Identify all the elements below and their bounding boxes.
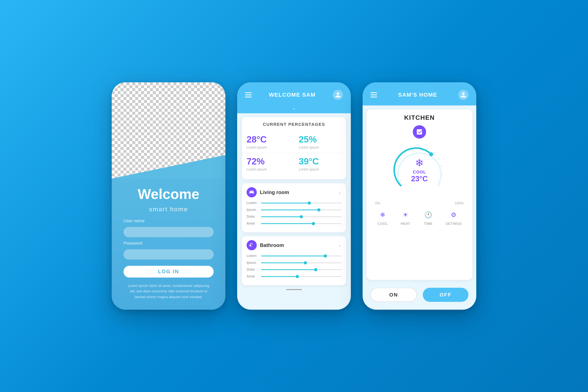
welcome-subtitle: smart home — [149, 206, 188, 213]
kitchen-device-icon — [371, 125, 468, 138]
svg-line-9 — [438, 158, 440, 159]
living-room-header: Living room ⌄ — [246, 187, 342, 197]
dashboard-header: WELCOME SAM — [237, 82, 351, 106]
temperature-dial[interactable]: ❄ COOL 23°C — [392, 142, 447, 197]
svg-line-7 — [427, 148, 428, 150]
stat-cell-4: 39°C Lorem ipsum — [294, 153, 346, 175]
cool-label: COOL — [378, 222, 388, 226]
heat-label: HEAT — [401, 222, 410, 226]
ctrl-time[interactable]: 🕐 TIME — [423, 209, 434, 226]
slider-ipsum-1: Ipsum — [246, 208, 342, 212]
stat-label-1: Lorem ipsum — [246, 146, 289, 150]
dial-center: ❄ COOL 23°C — [411, 157, 428, 183]
settings-label: SETINGS — [446, 222, 462, 226]
slider-track[interactable] — [261, 269, 342, 270]
heat-icon: ☀ — [400, 209, 411, 220]
phone3-footer: ON OFF — [362, 284, 476, 310]
kitchen-title: KITCHEN — [371, 114, 468, 121]
stat-label-4: Lorem ipsum — [299, 168, 342, 172]
slider-amet-1: Amet — [246, 222, 342, 226]
settings-icon: ⚙ — [448, 209, 459, 220]
slider-dolor-2: Dolor — [246, 268, 342, 272]
stat-label-2: Lorem ipsum — [299, 146, 342, 150]
slider-label: Lorem — [246, 201, 258, 205]
username-label: User name — [124, 218, 145, 224]
room-header-left: Bathroom — [246, 240, 284, 250]
slider-ipsum-2: Ipsum — [246, 261, 342, 265]
avatar[interactable] — [333, 90, 343, 100]
stat-label-3: Lorem ipsum — [246, 168, 289, 172]
bathroom-section: Bathroom ⌄ Lorem Ipsum Dolor Amet — [242, 236, 346, 285]
snowflake-icon: ❄ — [411, 157, 428, 169]
menu-icon[interactable] — [245, 92, 252, 98]
slider-label: Amet — [246, 274, 258, 278]
stat-value-1: 28°C — [246, 134, 289, 145]
slider-lorem-1: Lorem — [246, 201, 342, 205]
slider-track[interactable] — [261, 203, 342, 204]
slider-track[interactable] — [261, 276, 342, 277]
slider-track[interactable] — [261, 262, 342, 263]
stat-cell-1: 28°C Lorem ipsum — [242, 131, 294, 153]
ctrl-cool[interactable]: ❄ COOL — [377, 209, 388, 226]
slider-label: Dolor — [246, 268, 258, 272]
svg-line-3 — [399, 158, 401, 159]
bathroom-name: Bathroom — [260, 242, 284, 248]
dial-label-min: 0% — [375, 201, 380, 206]
welcome-title: Welcome — [138, 186, 200, 202]
room-header-left: Living room — [246, 187, 289, 197]
svg-line-10 — [440, 166, 442, 166]
ctrl-settings[interactable]: ⚙ SETINGS — [446, 209, 462, 226]
password-input[interactable] — [124, 249, 214, 260]
ctrl-heat[interactable]: ☀ HEAT — [400, 209, 411, 226]
off-button[interactable]: OFF — [423, 288, 468, 302]
slider-lorem-2: Lorem — [246, 254, 342, 258]
slider-label: Ipsum — [246, 261, 258, 265]
bathroom-header: Bathroom ⌄ — [246, 240, 342, 250]
slider-label: Amet — [246, 222, 258, 226]
slider-track[interactable] — [261, 256, 342, 256]
slider-label: Dolor — [246, 214, 258, 219]
living-room-chevron[interactable]: ⌄ — [338, 190, 342, 195]
slider-track[interactable] — [261, 223, 342, 224]
slider-track[interactable] — [261, 216, 342, 217]
phone-welcome: Welcome smart home User name Password LO… — [112, 82, 226, 310]
bathroom-chevron[interactable]: ⌄ — [338, 243, 342, 248]
stats-grid: 28°C Lorem ipsum 25% Lorem ipsum 72% Lor… — [242, 131, 346, 175]
password-label: Password — [124, 241, 142, 246]
menu-icon-3[interactable] — [370, 92, 377, 98]
username-input[interactable] — [124, 227, 214, 237]
dashboard-title: WELCOME SAM — [269, 92, 316, 98]
bath-icon — [246, 240, 257, 250]
phone1-content: Welcome smart home User name Password LO… — [112, 178, 226, 310]
kitchen-header-title: SAM'S HOME — [398, 92, 437, 98]
stat-cell-3: 72% Lorem ipsum — [242, 153, 294, 175]
dial-labels: 0% 100% — [371, 201, 468, 206]
phone-dashboard: WELCOME SAM ⌄ CURRENT PERCENTAGES 28°C L… — [237, 82, 351, 310]
checker-bg — [112, 82, 226, 178]
dial-mode: COOL — [411, 170, 428, 175]
svg-line-8 — [433, 152, 434, 154]
sofa-icon — [246, 187, 257, 197]
phones-container: Welcome smart home User name Password LO… — [112, 82, 476, 310]
slider-label: Ipsum — [246, 208, 258, 212]
kitchen-header: SAM'S HOME — [362, 82, 476, 106]
stat-value-2: 25% — [299, 134, 342, 145]
phone-kitchen: SAM'S HOME KITCHEN — [362, 82, 476, 310]
kitchen-card: KITCHEN — [366, 109, 472, 280]
on-button[interactable]: ON — [370, 288, 417, 302]
scroll-indicator — [286, 289, 302, 290]
slider-amet-2: Amet — [246, 274, 342, 278]
time-label: TIME — [424, 222, 433, 226]
device-icon-circle — [413, 125, 426, 138]
kitchen-controls: ❄ COOL ☀ HEAT 🕐 TIME ⚙ SETINGS — [371, 209, 468, 226]
living-room-section: Living room ⌄ Lorem Ipsum Dolor Amet — [242, 183, 346, 232]
time-icon: 🕐 — [423, 209, 434, 220]
stat-cell-2: 25% Lorem ipsum — [294, 131, 346, 153]
avatar-3[interactable] — [458, 90, 468, 100]
slider-track[interactable] — [261, 210, 342, 210]
stats-title: CURRENT PERCENTAGES — [242, 122, 346, 127]
stats-card: CURRENT PERCENTAGES 28°C Lorem ipsum 25%… — [242, 117, 346, 179]
svg-point-13 — [429, 152, 433, 156]
stat-value-3: 72% — [246, 156, 289, 166]
login-button[interactable]: LOG IN — [124, 266, 214, 278]
